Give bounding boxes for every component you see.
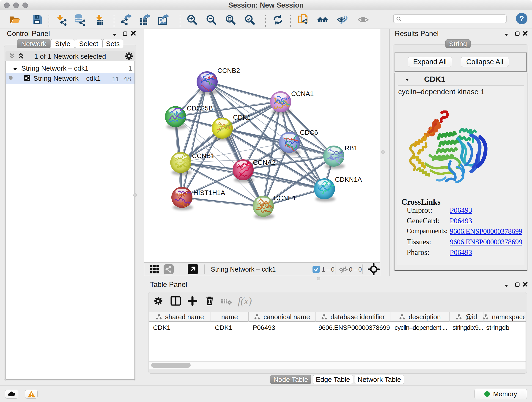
- svg-text:CDKN1A: CDKN1A: [335, 176, 362, 183]
- svg-text:CCNB2: CCNB2: [217, 67, 240, 74]
- svg-text:CDK1: CDK1: [233, 114, 251, 121]
- svg-text:CCNB1: CCNB1: [192, 152, 215, 160]
- svg-text:CCNA1: CCNA1: [291, 90, 314, 97]
- svg-text:RB1: RB1: [345, 144, 357, 152]
- svg-text:HIST1H1A: HIST1H1A: [193, 189, 225, 196]
- svg-text:CDC6: CDC6: [300, 129, 318, 136]
- svg-text:CCNE1: CCNE1: [273, 194, 296, 202]
- svg-text:CDC25B: CDC25B: [187, 104, 213, 112]
- svg-text:CCNA2: CCNA2: [253, 159, 275, 166]
